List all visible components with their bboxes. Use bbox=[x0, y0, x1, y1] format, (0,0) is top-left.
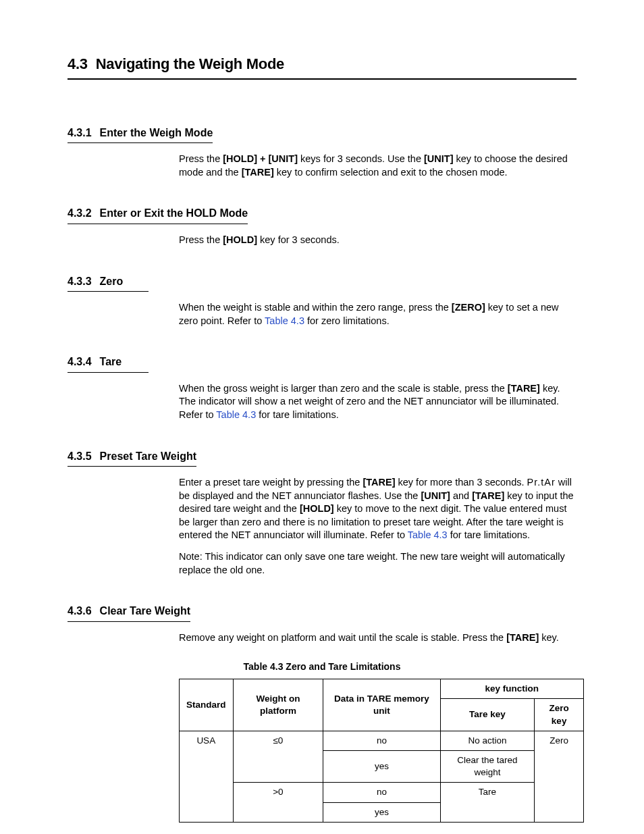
cell-tare: Clear the tared weight bbox=[440, 751, 535, 783]
heading-4-3-6: 4.3.6Clear Tare Weight bbox=[68, 604, 190, 622]
xref-table-4-3[interactable]: Table 4.3 bbox=[408, 529, 448, 540]
subheading-number: 4.3.3 bbox=[68, 274, 92, 289]
subheading-title: Tare bbox=[100, 356, 122, 367]
col-standard: Standard bbox=[180, 679, 234, 731]
heading-4-3-2: 4.3.2Enter or Exit the HOLD Mode bbox=[68, 206, 248, 224]
cell-weight: ≤0 bbox=[233, 731, 323, 783]
col-zero-key: Zero key bbox=[535, 699, 584, 731]
heading-4-3: 4.3Navigating the Weigh Mode bbox=[68, 54, 576, 80]
cell-data: yes bbox=[323, 802, 440, 822]
heading-4-3-1: 4.3.1Enter the Weigh Mode bbox=[68, 126, 213, 144]
table-4-3: Standard Weight on platform Data in TARE… bbox=[179, 679, 584, 823]
paragraph-4-3-3: When the weight is stable and within the… bbox=[179, 301, 576, 328]
col-data-tare: Data in TARE memory unit bbox=[323, 679, 440, 731]
paragraph-4-3-2: Press the [HOLD] key for 3 seconds. bbox=[179, 234, 576, 247]
seven-segment-text: Pr.tAr bbox=[527, 477, 556, 488]
cell-standard: USA bbox=[180, 731, 234, 822]
cell-data: no bbox=[323, 783, 440, 802]
paragraph-4-3-6: Remove any weight on platform and wait u… bbox=[179, 631, 576, 645]
col-tare-key: Tare key bbox=[440, 699, 535, 731]
cell-data: no bbox=[323, 731, 440, 750]
cell-zero: Zero bbox=[535, 731, 584, 822]
col-key-function: key function bbox=[440, 679, 583, 699]
cell-tare: No action bbox=[440, 731, 535, 750]
paragraph-4-3-4: When the gross weight is larger than zer… bbox=[179, 382, 576, 422]
subheading-title: Preset Tare Weight bbox=[100, 450, 196, 462]
cell-tare: Tare bbox=[440, 783, 535, 822]
subheading-title: Zero bbox=[100, 276, 124, 287]
subheading-title: Enter or Exit the HOLD Mode bbox=[100, 207, 248, 219]
heading-title: Navigating the Weigh Mode bbox=[96, 55, 284, 72]
subheading-number: 4.3.4 bbox=[68, 355, 92, 369]
paragraph-4-3-5-b: Note: This indicator can only save one t… bbox=[179, 550, 576, 577]
col-weight: Weight on platform bbox=[233, 679, 323, 731]
heading-4-3-4: 4.3.4Tare bbox=[68, 355, 149, 373]
xref-table-4-3[interactable]: Table 4.3 bbox=[265, 315, 304, 326]
subheading-number: 4.3.6 bbox=[68, 604, 92, 619]
table-caption: Table 4.3 Zero and Tare Limitations bbox=[68, 660, 576, 673]
heading-4-3-3: 4.3.3Zero bbox=[68, 274, 149, 292]
heading-number: 4.3 bbox=[68, 54, 88, 74]
subheading-number: 4.3.2 bbox=[68, 206, 92, 221]
table-header-row: Standard Weight on platform Data in TARE… bbox=[180, 679, 584, 699]
xref-table-4-3[interactable]: Table 4.3 bbox=[216, 409, 256, 420]
subheading-number: 4.3.5 bbox=[68, 449, 92, 464]
subheading-number: 4.3.1 bbox=[68, 126, 92, 140]
cell-weight: >0 bbox=[233, 783, 323, 822]
subheading-title: Enter the Weigh Mode bbox=[100, 127, 213, 138]
paragraph-4-3-5-a: Enter a preset tare weight by pressing t… bbox=[179, 476, 576, 542]
heading-4-3-5: 4.3.5Preset Tare Weight bbox=[68, 449, 196, 467]
table-row: >0 no Tare bbox=[180, 783, 584, 802]
table-row: USA ≤0 no No action Zero bbox=[180, 731, 584, 750]
cell-data: yes bbox=[323, 751, 440, 783]
paragraph-4-3-1: Press the [HOLD] + [UNIT] keys for 3 sec… bbox=[179, 153, 576, 179]
subheading-title: Clear Tare Weight bbox=[100, 605, 191, 617]
